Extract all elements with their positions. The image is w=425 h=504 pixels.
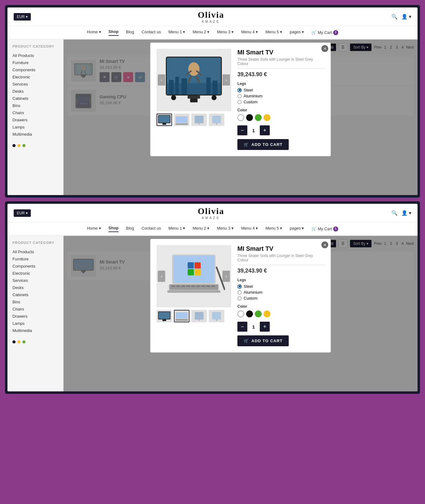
color-label: Color <box>237 108 325 112</box>
qty-increase-btn[interactable]: + <box>260 125 270 135</box>
sidebar-item-all-products-2[interactable]: All Products <box>12 248 58 255</box>
sidebar-item-lamps[interactable]: Lamps <box>12 124 58 131</box>
thumb-b2[interactable] <box>174 310 189 322</box>
product-modal: ✕ ‹ <box>150 43 331 156</box>
nav-shop-2[interactable]: Shop <box>109 226 119 232</box>
sidebar-item-drawers-2[interactable]: Drawers <box>12 313 58 320</box>
nav-contact-2[interactable]: Contact us <box>142 226 161 232</box>
sidebar-item-electronic[interactable]: Electronic <box>12 73 58 81</box>
svg-rect-59 <box>176 286 180 287</box>
thumb-1[interactable] <box>156 114 172 126</box>
sidebar-item-furniture-2[interactable]: Furniture <box>12 255 58 263</box>
color-yellow-2[interactable] <box>264 310 270 317</box>
nav-shop[interactable]: Shop <box>109 29 119 36</box>
color-yellow[interactable] <box>264 114 270 121</box>
thumb-b4[interactable] <box>209 310 224 322</box>
nav-home[interactable]: Home ▾ <box>87 30 101 35</box>
add-to-cart-button[interactable]: 🛒 ADD TO CART <box>237 139 289 150</box>
nav-menu2-2[interactable]: Menu 2 ▾ <box>193 226 209 232</box>
sidebar-item-desks[interactable]: Desks <box>12 88 58 95</box>
nav-menu5[interactable]: Menu 5 ▾ <box>265 30 282 35</box>
modal-close-button[interactable]: ✕ <box>321 45 328 52</box>
nav-home-2[interactable]: Home ▾ <box>87 226 101 232</box>
color-green[interactable] <box>255 114 262 121</box>
sidebar-item-bins[interactable]: Bins <box>12 102 58 109</box>
cart-icon-2: 🛒 <box>244 338 249 343</box>
svg-rect-26 <box>181 78 187 95</box>
svg-point-76 <box>198 320 200 321</box>
legs-steel-2[interactable]: Steel <box>237 284 325 289</box>
color-black[interactable] <box>246 114 253 121</box>
account-icon[interactable]: 👤 ▾ <box>401 14 411 20</box>
color-white-2[interactable] <box>237 310 244 317</box>
cart-button-2[interactable]: 🛒 My Cart 8 <box>311 226 338 231</box>
nav-menu3[interactable]: Menu 3 ▾ <box>217 30 234 35</box>
nav-menu3-2[interactable]: Menu 3 ▾ <box>217 226 234 232</box>
sidebar-item-components-2[interactable]: Components <box>12 263 58 270</box>
thumb-3[interactable] <box>191 114 207 126</box>
thumb-2[interactable] <box>174 114 189 126</box>
legs-custom-2[interactable]: Custom <box>237 296 325 301</box>
nav-menu2[interactable]: Menu 2 ▾ <box>193 30 209 35</box>
legs-aluminium[interactable]: Aluminium <box>237 94 325 98</box>
nav-blog-2[interactable]: Blog <box>126 226 134 232</box>
nav-menu1-2[interactable]: Menu 1 ▾ <box>168 226 185 232</box>
nav-menu1[interactable]: Menu 1 ▾ <box>168 30 185 35</box>
nav-pages[interactable]: pages ▾ <box>290 30 304 35</box>
svg-rect-25 <box>175 77 179 95</box>
thumb-b3[interactable] <box>191 310 207 322</box>
sidebar-item-drawers[interactable]: Drawers <box>12 116 58 124</box>
sidebar-item-desks-2[interactable]: Desks <box>12 284 58 291</box>
image-next-arrow[interactable]: › <box>222 74 230 86</box>
account-icon-2[interactable]: 👤 ▾ <box>401 210 411 216</box>
thumb-4[interactable] <box>209 114 224 126</box>
image-next-arrow-2[interactable]: › <box>222 271 230 282</box>
nav-pages-2[interactable]: pages ▾ <box>290 226 304 232</box>
modal-close-button-2[interactable]: ✕ <box>321 241 328 248</box>
color-green-2[interactable] <box>255 310 262 317</box>
sidebar-item-multimedia-2[interactable]: Multimedia <box>12 327 58 334</box>
sidebar-item-cabinets-2[interactable]: Cabinets <box>12 291 58 298</box>
sidebar-item-chairs[interactable]: Chairs <box>12 109 58 116</box>
currency-selector-2[interactable]: EUR ▾ <box>14 209 31 217</box>
sidebar-item-all-products[interactable]: All Products <box>12 52 58 59</box>
color-white[interactable] <box>237 114 244 121</box>
nav-blog[interactable]: Blog <box>126 30 134 35</box>
qty-decrease-btn-2[interactable]: − <box>237 322 247 332</box>
search-icon[interactable]: 🔍 <box>391 14 398 20</box>
svg-rect-70 <box>162 320 166 321</box>
sidebar-item-services-2[interactable]: Services <box>12 277 58 284</box>
sidebar-item-components[interactable]: Components <box>12 66 58 73</box>
nav-menu4[interactable]: Menu 4 ▾ <box>241 30 258 35</box>
sidebar-item-electronic-2[interactable]: Electronic <box>12 270 58 277</box>
legs-custom[interactable]: Custom <box>237 100 325 104</box>
sidebar-item-lamps-2[interactable]: Lamps <box>12 320 58 327</box>
thumb-b1[interactable] <box>156 310 172 322</box>
sidebar-item-furniture[interactable]: Furniture <box>12 59 58 66</box>
quantity-control-2: − 1 + <box>237 322 325 332</box>
nav-menu4-2[interactable]: Menu 4 ▾ <box>241 226 258 232</box>
legs-steel[interactable]: Steel <box>237 88 325 92</box>
radio-aluminium-2 <box>237 290 242 295</box>
add-to-cart-button-2[interactable]: 🛒 ADD TO CART <box>237 335 289 346</box>
sidebar-item-bins-2[interactable]: Bins <box>12 298 58 306</box>
qty-increase-btn-2[interactable]: + <box>260 322 270 332</box>
search-icon-2[interactable]: 🔍 <box>391 210 398 216</box>
legs-aluminium-2[interactable]: Aluminium <box>237 290 325 295</box>
sidebar-item-cabinets[interactable]: Cabinets <box>12 95 58 102</box>
qty-decrease-btn[interactable]: − <box>237 125 247 135</box>
currency-selector[interactable]: EUR ▾ <box>14 13 31 21</box>
sidebar-item-multimedia[interactable]: Multimedia <box>12 131 58 138</box>
color-black-2[interactable] <box>246 310 253 317</box>
sidebar-item-chairs-2[interactable]: Chairs <box>12 306 58 313</box>
svg-rect-38 <box>175 124 188 125</box>
cart-button[interactable]: 🛒 My Cart 8 <box>311 30 338 35</box>
nav-contact[interactable]: Contact us <box>142 30 161 35</box>
svg-rect-78 <box>212 312 221 320</box>
nav-menu5-2[interactable]: Menu 5 ▾ <box>265 226 282 232</box>
modal-product-title: MI Smart TV <box>237 49 325 56</box>
image-prev-arrow-2[interactable]: ‹ <box>158 271 165 282</box>
svg-rect-62 <box>191 286 195 287</box>
sidebar-item-services[interactable]: Services <box>12 81 58 88</box>
image-prev-arrow[interactable]: ‹ <box>158 74 165 86</box>
